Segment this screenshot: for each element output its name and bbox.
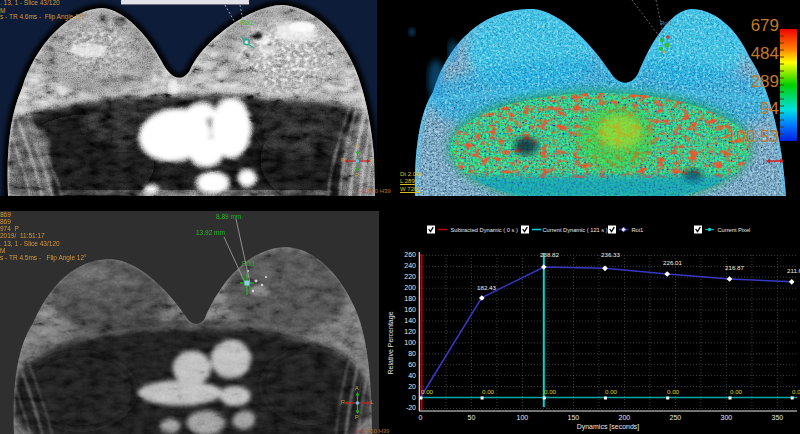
svg-text:211.6: 211.6 [787,267,800,274]
svg-text:Dynamics [seconds]: Dynamics [seconds] [577,423,640,431]
svg-text:260: 260 [404,251,416,258]
svg-text:20: 20 [408,383,416,390]
svg-text:0.00: 0.00 [730,388,743,395]
svg-text:0: 0 [418,414,422,421]
svg-text:0.00: 0.00 [667,388,680,395]
svg-text:236.33: 236.33 [601,251,620,258]
svg-text:Relative Percentage: Relative Percentage [387,311,395,374]
svg-text:140: 140 [404,317,416,324]
svg-text:0: 0 [412,394,416,401]
svg-text:0.00: 0.00 [482,388,495,395]
svg-text:220: 220 [404,273,416,280]
svg-text:160: 160 [404,306,416,313]
svg-text:50: 50 [468,414,476,421]
svg-text:-20: -20 [406,404,416,411]
svg-text:Current Pixel: Current Pixel [718,227,751,233]
svg-text:100: 100 [517,414,529,421]
svg-text:40: 40 [408,372,416,379]
svg-text:Current Dynamic ( 121 s ): Current Dynamic ( 121 s ) [543,227,608,233]
svg-text:300: 300 [721,414,733,421]
svg-text:150: 150 [568,414,580,421]
svg-text:60: 60 [408,361,416,368]
svg-text:350: 350 [772,414,784,421]
svg-text:250: 250 [670,414,682,421]
svg-text:Roi1: Roi1 [632,227,644,233]
svg-text:0.00: 0.00 [544,388,557,395]
svg-text:240: 240 [404,262,416,269]
svg-text:180: 180 [404,295,416,302]
svg-text:80: 80 [408,350,416,357]
svg-text:100: 100 [404,339,416,346]
svg-text:120: 120 [404,328,416,335]
svg-text:182.43: 182.43 [477,284,496,291]
svg-text:0.00: 0.00 [792,388,800,395]
svg-text:226.01: 226.01 [663,259,682,266]
svg-text:238.82: 238.82 [540,251,559,258]
svg-text:216.87: 216.87 [725,264,744,271]
svg-text:Subtracted Dynamic ( 0 s ): Subtracted Dynamic ( 0 s ) [451,227,518,233]
svg-text:0.00: 0.00 [605,388,618,395]
svg-text:200: 200 [404,284,416,291]
svg-text:0.00: 0.00 [421,388,434,395]
svg-text:200: 200 [619,414,631,421]
